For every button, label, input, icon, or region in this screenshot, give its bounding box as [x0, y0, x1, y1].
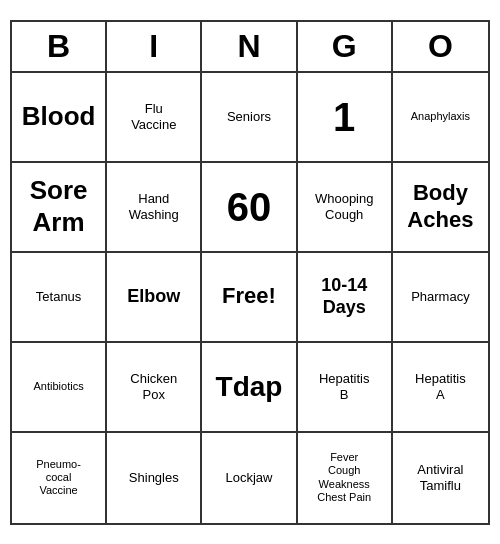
bingo-cell: ChickenPox: [107, 343, 202, 433]
bingo-cell: 10-14Days: [298, 253, 393, 343]
bingo-cell: 60: [202, 163, 297, 253]
bingo-cell: WhoopingCough: [298, 163, 393, 253]
bingo-cell: Antibiotics: [12, 343, 107, 433]
bingo-cell: Pharmacy: [393, 253, 488, 343]
bingo-cell: Seniors: [202, 73, 297, 163]
bingo-cell: FeverCoughWeaknessChest Pain: [298, 433, 393, 523]
bingo-header: B I N G O: [12, 22, 488, 73]
bingo-cell: Elbow: [107, 253, 202, 343]
bingo-cell: Lockjaw: [202, 433, 297, 523]
header-b: B: [12, 22, 107, 71]
header-o: O: [393, 22, 488, 71]
bingo-cell: Pneumo-cocalVaccine: [12, 433, 107, 523]
bingo-cell: FluVaccine: [107, 73, 202, 163]
bingo-cell: Tdap: [202, 343, 297, 433]
bingo-cell: Anaphylaxis: [393, 73, 488, 163]
bingo-cell: Free!: [202, 253, 297, 343]
header-g: G: [298, 22, 393, 71]
header-i: I: [107, 22, 202, 71]
bingo-cell: HepatitisB: [298, 343, 393, 433]
bingo-cell: Blood: [12, 73, 107, 163]
bingo-cell: Shingles: [107, 433, 202, 523]
bingo-grid: BloodFluVaccineSeniors1AnaphylaxisSoreAr…: [12, 73, 488, 523]
bingo-cell: HepatitisA: [393, 343, 488, 433]
bingo-cell: 1: [298, 73, 393, 163]
bingo-cell: BodyAches: [393, 163, 488, 253]
header-n: N: [202, 22, 297, 71]
bingo-cell: AntiviralTamiflu: [393, 433, 488, 523]
bingo-card: B I N G O BloodFluVaccineSeniors1Anaphyl…: [10, 20, 490, 525]
bingo-cell: Tetanus: [12, 253, 107, 343]
bingo-cell: HandWashing: [107, 163, 202, 253]
bingo-cell: SoreArm: [12, 163, 107, 253]
